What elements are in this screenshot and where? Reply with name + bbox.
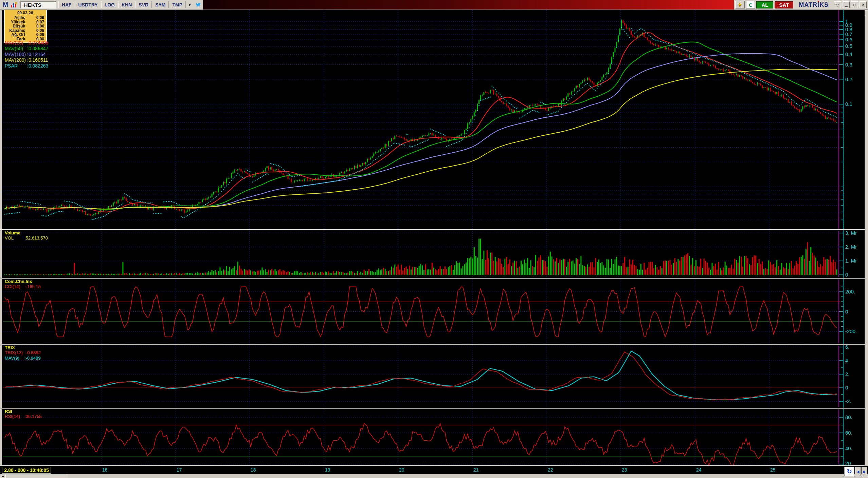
panel-title: RSI — [5, 409, 12, 414]
axis-tick-label: 0 — [845, 272, 848, 278]
window-menu-button[interactable]: ▽ — [834, 1, 841, 8]
command-c-button[interactable]: C — [746, 1, 755, 8]
matriks-logo: MATRiKS — [795, 1, 833, 8]
axis-tick-label: 40. — [845, 445, 852, 451]
axis-tick-label: 0.5 — [845, 43, 852, 49]
toolbar-button-svd[interactable]: SVD — [135, 1, 152, 8]
toolbar-buttons: HAFUSDTRYLOGKHNSVDSYMTMP — [58, 1, 186, 8]
quote-row: Açılış0.06 — [5, 16, 45, 20]
status-readout: 2.80 - 200 - 10:48:05 — [2, 467, 51, 474]
buy-button[interactable]: AL — [756, 1, 773, 8]
quote-tooltip: 09.03.26 Açılış0.06Yüksek0.07Düşük0.06Ka… — [4, 9, 47, 43]
refresh-icon[interactable]: ↻ — [844, 467, 854, 476]
chart-icon — [10, 2, 18, 8]
time-axis-label: 20 — [399, 467, 404, 473]
panel-title: TRIX — [5, 345, 15, 350]
panel-title: Com.Chn.Inx — [5, 279, 32, 284]
title-bar-left: M HEKTS HAFUSDTRYLOGKHNSVDSYMTMP ▼ — [0, 0, 203, 9]
title-bar-right: C AL SAT MATRiKS ▽ ▁ □ × — [734, 0, 868, 9]
axis-tick-label: 0 — [845, 385, 848, 390]
toolbar-button-log[interactable]: LOG — [101, 1, 118, 8]
time-axis-label: 19 — [325, 467, 330, 473]
quote-date: 09.03.26 — [5, 11, 45, 15]
scroll-left-icon[interactable]: ◀ — [0, 474, 6, 478]
axis-tick-label: 2. Mr — [845, 244, 857, 250]
toolbar-button-tmp[interactable]: TMP — [169, 1, 186, 8]
time-axis-label: 18 — [251, 467, 256, 473]
panel-legend-row: MAV(9):-0.9489 — [5, 356, 41, 361]
time-axis-label: 23 — [622, 467, 627, 473]
legend-row: PSAR:0.082263 — [5, 63, 48, 69]
time-axis-label: 17 — [177, 467, 182, 473]
panel-legend-row: CCI(14):-165.15 — [5, 284, 41, 289]
lightning-icon[interactable] — [735, 1, 745, 8]
symbol-label[interactable]: HEKTS — [20, 1, 56, 8]
page-right-icon[interactable]: ▶ — [862, 467, 867, 476]
axis-tick-label: 0.2 — [845, 76, 852, 82]
legend-row: MAV(20):0.074405 — [5, 40, 48, 46]
axis-tick-label: 3. Mr — [845, 230, 857, 236]
scrollbar-thumb[interactable] — [5, 474, 67, 478]
trading-terminal-window: 10.90.80.70.60.50.40.30.20.13. Mr2. Mr1.… — [0, 0, 868, 478]
axis-tick-label: 80. — [845, 414, 852, 420]
legend-row: MAV(100):0.12164 — [5, 52, 48, 57]
panel-legend-row: VOL:52,613,570 — [5, 235, 48, 241]
horizontal-scrollbar[interactable]: ◀ — [0, 474, 868, 478]
time-axis-label: 21 — [473, 467, 479, 473]
time-axis-label: 22 — [548, 467, 553, 473]
chart-canvas[interactable]: 10.90.80.70.60.50.40.30.20.13. Mr2. Mr1.… — [0, 0, 868, 478]
app-icon: M — [1, 1, 10, 8]
close-button[interactable]: × — [860, 1, 867, 8]
axis-tick-label: 0.7 — [845, 31, 852, 37]
title-bar[interactable]: M HEKTS HAFUSDTRYLOGKHNSVDSYMTMP ▼ C AL … — [0, 0, 868, 10]
title-bar-gradient — [203, 0, 734, 9]
minimize-button[interactable]: ▁ — [843, 1, 850, 8]
time-axis-label: 24 — [696, 467, 702, 473]
quote-row: Düşük0.06 — [5, 24, 45, 28]
axis-tick-label: -200. — [845, 328, 857, 334]
axis-tick-label: 200. — [845, 289, 855, 294]
panel-legend-row: TRIX(12):-0.8892 — [5, 350, 41, 355]
axis-tick-label: 0.6 — [845, 37, 852, 42]
toolbar-button-usdtry[interactable]: USDTRY — [75, 1, 101, 8]
legend-row: MAV(50):0.086847 — [5, 46, 48, 52]
axis-tick-label: 2. — [845, 371, 850, 377]
panel-legend-row: RSI(14):36.1755 — [5, 414, 42, 419]
axis-tick-label: 1. Mr — [845, 258, 857, 264]
axis-tick-label: 0.3 — [845, 62, 852, 68]
axis-tick-label: 0 — [845, 309, 848, 314]
axis-tick-label: 4. — [845, 358, 850, 363]
axis-tick-label: 0.1 — [845, 101, 852, 107]
time-axis-bar: 2.80 - 200 - 10:48:05 161718192021222324… — [0, 466, 868, 474]
axis-tick-label: 60. — [845, 430, 852, 436]
twitter-icon[interactable] — [195, 2, 202, 7]
axis-tick-label: 0.4 — [845, 51, 852, 57]
time-axis-label: 16 — [102, 467, 108, 473]
trix-panel — [2, 345, 865, 408]
restore-button[interactable]: □ — [851, 1, 858, 8]
toolbar-button-haf[interactable]: HAF — [58, 1, 75, 8]
sell-button[interactable]: SAT — [775, 1, 793, 8]
panel-title: Volume — [5, 230, 20, 235]
axis-tick-label: -2. — [845, 398, 851, 404]
indicator-legend: MAV(20):0.074405MAV(50):0.086847MAV(100)… — [5, 40, 48, 69]
main-panel — [2, 9, 865, 229]
chevron-down-icon[interactable]: ▼ — [186, 3, 194, 7]
legend-row: MAV(200):0.160511 — [5, 57, 48, 63]
toolbar-button-sym[interactable]: SYM — [152, 1, 169, 8]
toolbar-button-khn[interactable]: KHN — [118, 1, 135, 8]
time-axis-label: 25 — [770, 467, 776, 473]
page-left-icon[interactable]: ◀ — [855, 467, 861, 476]
